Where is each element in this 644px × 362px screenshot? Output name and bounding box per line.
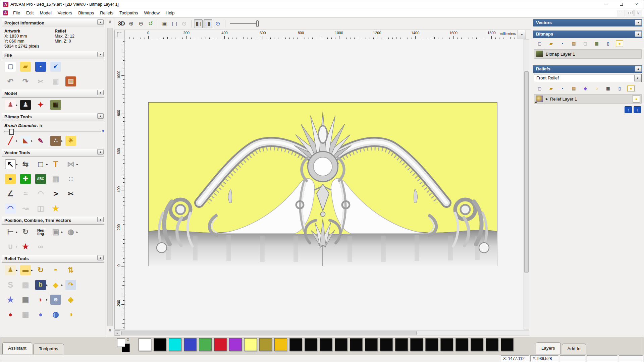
undo-button[interactable]: ↶ [5,75,20,88]
spin-relief-button[interactable]: ↻ [35,264,50,277]
collapse-section-button[interactable]: ▲ [97,217,104,222]
palette-swatch-19[interactable] [425,338,438,351]
zoom-previous-button[interactable]: ↺ [146,19,155,28]
flyout-arrow-icon[interactable]: ▸ [61,230,63,234]
node-editing-tool[interactable]: ✚ [20,173,35,185]
palette-swatch-1[interactable] [154,338,166,351]
extrude-relief-button[interactable]: ◗▸ [35,293,50,306]
text-on-curve-tool[interactable]: ↻ [20,226,35,238]
menu-help[interactable]: Help [163,9,178,17]
face-wizard-button[interactable]: ☻ [50,293,65,306]
mdi-minimize-button[interactable] [617,10,625,16]
palette-swatch-23[interactable] [486,338,498,351]
palette-swatch-2[interactable] [169,338,181,351]
vectors-filter-button[interactable]: ▼ [635,20,642,25]
preferences-button[interactable]: ✔ [50,60,65,73]
vertical-scroll-thumb[interactable] [524,71,529,273]
clear-bitmap-layer-button[interactable]: ▢ [580,40,591,47]
join-vectors-tool[interactable]: ∪▸ [5,240,20,253]
menu-model[interactable]: Model [37,9,54,17]
palette-swatch-0[interactable] [139,338,151,351]
fluting-wizard-tool[interactable]: ★ [20,240,35,253]
flyout-arrow-icon[interactable]: ▸ [46,163,48,166]
minimize-button[interactable] [598,0,613,8]
zoom-in-button[interactable]: ⊕ [127,19,136,28]
palette-swatch-13[interactable] [335,338,347,351]
star-wizard-button[interactable]: ★ [5,293,20,306]
offset-vector-tool[interactable]: > [50,187,65,200]
pick-colour-button[interactable]: ✎ [35,134,50,147]
collapse-section-button[interactable]: ▲ [97,255,104,260]
close-vector-tool[interactable]: ↝ [20,202,35,215]
relief-layer-name[interactable]: Relief Layer 1 [550,97,577,102]
mdi-close-button[interactable]: × [634,10,642,16]
load-relief-layer-button[interactable]: ▰ [545,85,557,92]
menu-edit[interactable]: Edit [23,9,37,17]
palette-swatch-17[interactable] [395,338,408,351]
emboss-wizard-button[interactable]: b▸ [35,279,50,291]
nesting-tool[interactable]: Nes ting [35,226,50,238]
menu-toolpaths[interactable]: Toolpaths [116,9,141,17]
align-vectors-tool[interactable]: ⊢▸ [5,226,20,238]
brush-slider-thumb[interactable] [9,129,14,135]
bitmap-to-layer-button[interactable]: ▦ [591,40,602,47]
reliefs-collapse-button[interactable]: ▲ [635,66,642,72]
toggle-assistant-page-button[interactable]: ◧ [194,19,203,28]
relief-pieces-button[interactable]: ⇅ [65,264,80,277]
set-model-size-button[interactable]: ♟▸ [5,99,20,111]
weave-wizard-button[interactable]: ▩ [20,279,35,291]
palette-swatch-12[interactable] [320,338,332,351]
right-tab-layers[interactable]: Layers [536,342,561,354]
horizontal-scrollbar[interactable]: ▸ [114,330,529,336]
save-relief-layer-button[interactable]: ▪ [557,85,568,92]
fit-curve-tool[interactable]: ◠ [35,187,50,200]
open-model-button[interactable]: ▰ [20,60,35,73]
palette-swatch-18[interactable] [410,338,423,351]
lighting-button[interactable]: ✦ [35,99,50,111]
palette-swatch-15[interactable] [365,338,378,351]
dome-relief-button[interactable]: ● [35,308,50,321]
palette-swatch-6[interactable] [229,338,242,351]
collapse-section-button[interactable]: ▲ [97,19,104,25]
mirror-merge-tool[interactable]: ◫ [35,202,50,215]
palette-swatch-14[interactable] [350,338,363,351]
menu-file[interactable]: File [10,9,23,17]
merge-bitmap-layers-button[interactable]: ▤ [568,40,580,47]
import-relief-button[interactable]: ◆ [580,85,591,92]
assistant-tab-toolpaths[interactable]: Toolpaths [33,344,64,354]
collapse-section-button[interactable]: ▲ [97,52,104,57]
palette-swatch-20[interactable] [440,338,453,351]
restore-button[interactable] [613,0,629,8]
palette-swatch-10[interactable] [289,338,302,351]
flyout-arrow-icon[interactable]: ▸ [16,139,18,142]
turn-relief-button[interactable]: ◓ [50,264,65,277]
create-text-tool[interactable]: T [50,158,65,171]
flyout-arrow-icon[interactable]: ▸ [46,283,48,287]
bitmaps-collapse-button[interactable]: ▲ [635,31,642,37]
assistant-scrollbar[interactable]: ∧ ∨ [106,18,114,337]
load-bitmap-layer-button[interactable]: ▰ [545,40,557,47]
menu-bitmaps[interactable]: Bitmaps [75,9,97,17]
menu-window[interactable]: Window [141,9,163,17]
copy-transform-relief-button[interactable]: ↷ [65,279,80,291]
palette-swatch-9[interactable] [274,338,287,351]
scroll-left-button[interactable]: ▸ [115,330,120,336]
flyout-arrow-icon[interactable]: ▸ [31,268,33,272]
interlock-vectors-tool[interactable]: ∞ [35,240,50,253]
flyout-arrow-icon[interactable]: ▸ [16,103,18,107]
active-relief-dropdown[interactable]: Front Relief ▼ [534,74,642,82]
menu-vectors[interactable]: Vectors [55,9,75,17]
flyout-arrow-icon[interactable]: ▸ [16,230,18,234]
collapse-section-button[interactable]: ▲ [97,90,104,95]
palette-swatch-3[interactable] [184,338,197,351]
fit-arcs-tool[interactable]: ≈ [20,187,35,200]
zoom-out-button[interactable]: ⊖ [137,19,145,28]
transform-vectors-tool[interactable]: ⇆ [20,158,35,171]
palette-swatch-5[interactable] [214,338,227,351]
palette-swatch-11[interactable] [305,338,317,351]
texture-sphere-button[interactable]: ◍ [50,308,65,321]
dropdown-arrow-icon[interactable]: ▼ [634,75,641,81]
vertical-scrollbar[interactable] [524,39,529,329]
ruler-units-button[interactable]: ▼ [518,30,526,39]
flyout-arrow-icon[interactable]: ▸ [61,139,63,142]
